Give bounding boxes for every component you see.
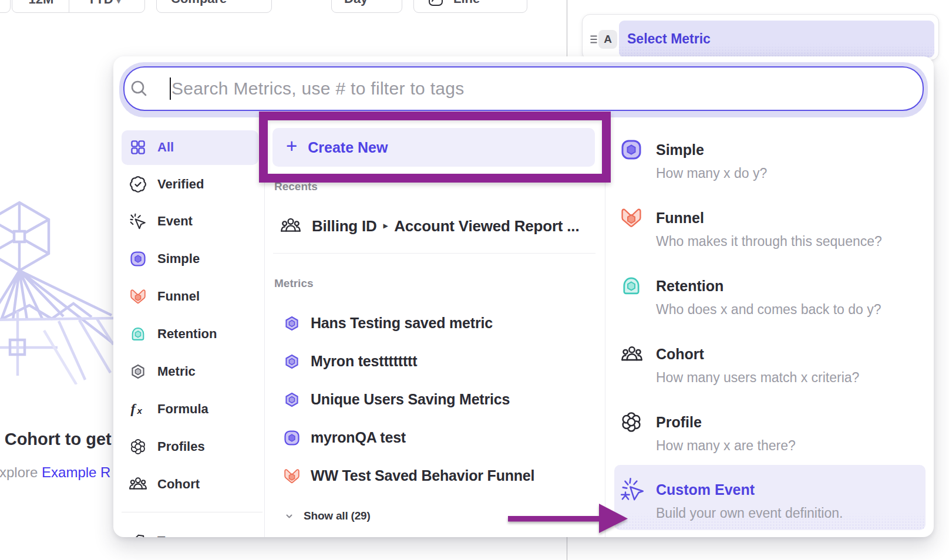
svg-text:x: x bbox=[137, 406, 143, 416]
svg-text:f: f bbox=[131, 402, 137, 416]
